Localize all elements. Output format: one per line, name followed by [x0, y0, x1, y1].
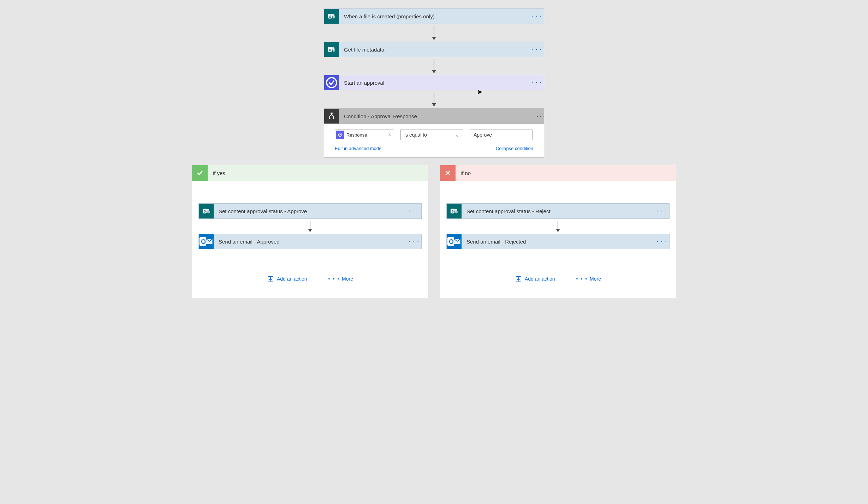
- svg-rect-21: [268, 281, 273, 282]
- collapse-condition-link[interactable]: Collapse condition: [496, 146, 533, 151]
- cursor-icon: ➤: [477, 88, 483, 96]
- step-start-approval[interactable]: Start an approval · · ·: [324, 75, 544, 90]
- sharepoint-icon: S: [199, 204, 214, 218]
- svg-text:O: O: [449, 238, 454, 245]
- svg-rect-20: [268, 276, 273, 277]
- condition-icon: [324, 109, 339, 124]
- svg-rect-9: [329, 118, 331, 119]
- svg-rect-29: [516, 276, 521, 277]
- sharepoint-icon: S: [324, 42, 339, 57]
- condition-value-input[interactable]: Approve: [470, 130, 533, 140]
- svg-rect-11: [331, 113, 333, 114]
- more-dots-icon: • • •: [576, 276, 588, 282]
- svg-point-16: [207, 211, 210, 213]
- close-icon: [440, 165, 456, 181]
- svg-point-12: [338, 133, 341, 136]
- sharepoint-icon: S: [447, 204, 462, 218]
- svg-rect-30: [516, 281, 521, 282]
- svg-text:O: O: [201, 238, 206, 245]
- step-set-reject[interactable]: S Set content approval status - Reject ·…: [446, 203, 670, 219]
- svg-text:S: S: [329, 48, 331, 52]
- arrow-icon: [434, 26, 434, 40]
- step-email-approved-label: Send an email - Approved: [214, 239, 407, 245]
- branch-if-no: If no S Set content approval status - Re…: [440, 165, 676, 298]
- step-trigger[interactable]: S When a file is created (properties onl…: [324, 8, 544, 24]
- outlook-icon: O: [199, 234, 214, 249]
- more-label: More: [342, 276, 353, 282]
- step-menu-icon[interactable]: · · ·: [530, 47, 544, 52]
- step-menu-icon[interactable]: · · ·: [407, 208, 421, 214]
- step-get-metadata[interactable]: S Get file metadata · · ·: [324, 42, 544, 57]
- more-dots-icon: • • •: [328, 276, 340, 282]
- condition-value-text: Approve: [474, 132, 492, 138]
- chevron-down-icon: ⌄: [455, 132, 459, 138]
- add-action-button[interactable]: Add an action: [267, 275, 307, 282]
- step-metadata-label: Get file metadata: [339, 47, 530, 53]
- condition-left-operand[interactable]: Response ×: [335, 130, 394, 140]
- add-action-label: Add an action: [525, 276, 555, 282]
- add-action-icon: [515, 275, 522, 282]
- svg-point-25: [455, 211, 458, 213]
- add-action-icon: [267, 275, 274, 282]
- check-icon: [192, 165, 208, 181]
- condition-title: Condition - Approval Response: [339, 113, 537, 119]
- condition-operator-select[interactable]: is equal to ⌄: [400, 130, 463, 140]
- condition-header[interactable]: Condition - Approval Response · · ·: [324, 108, 544, 124]
- edit-advanced-link[interactable]: Edit in advanced mode: [335, 146, 381, 151]
- step-approval-label: Start an approval: [339, 80, 530, 86]
- branch-no-header[interactable]: If no: [440, 165, 676, 181]
- condition-card: Condition - Approval Response · · · Resp…: [324, 108, 544, 158]
- outlook-icon: O: [447, 234, 462, 249]
- svg-point-8: [327, 78, 337, 88]
- step-email-rejected-label: Send an email - Rejected: [462, 239, 655, 245]
- condition-token-text: Response: [346, 132, 367, 138]
- svg-text:S: S: [204, 210, 206, 213]
- more-button[interactable]: • • • More: [576, 276, 601, 282]
- step-set-reject-label: Set content approval status - Reject: [462, 208, 655, 214]
- condition-operator-text: is equal to: [404, 132, 427, 138]
- step-trigger-label: When a file is created (properties only): [339, 13, 530, 19]
- branch-yes-header[interactable]: If yes: [192, 165, 428, 181]
- add-action-button[interactable]: Add an action: [515, 275, 555, 282]
- step-email-rejected[interactable]: O Send an email - Rejected · · ·: [446, 234, 670, 249]
- approval-token-icon: [336, 131, 344, 139]
- more-button[interactable]: • • • More: [328, 276, 353, 282]
- arrow-icon: [558, 221, 558, 232]
- arrow-icon: [434, 59, 434, 73]
- arrow-icon: [310, 221, 310, 232]
- svg-point-3: [333, 16, 335, 18]
- step-set-approve[interactable]: S Set content approval status - Approve …: [198, 203, 422, 219]
- branch-no-title: If no: [456, 170, 471, 176]
- step-menu-icon[interactable]: · · ·: [537, 113, 544, 119]
- step-email-approved[interactable]: O Send an email - Approved · · ·: [198, 234, 422, 249]
- step-menu-icon[interactable]: · · ·: [530, 80, 544, 85]
- step-menu-icon[interactable]: · · ·: [655, 239, 669, 244]
- svg-text:S: S: [329, 15, 331, 18]
- step-set-approve-label: Set content approval status - Approve: [214, 208, 407, 214]
- sharepoint-icon: S: [324, 9, 339, 24]
- more-label: More: [590, 276, 601, 282]
- branch-yes-title: If yes: [208, 170, 225, 176]
- svg-rect-10: [333, 118, 334, 119]
- branch-if-yes: If yes S Set content approval status - A…: [192, 165, 428, 298]
- step-menu-icon[interactable]: · · ·: [655, 208, 669, 214]
- arrow-icon: [434, 92, 434, 106]
- step-menu-icon[interactable]: · · ·: [530, 13, 544, 19]
- token-remove-icon[interactable]: ×: [388, 132, 391, 137]
- step-menu-icon[interactable]: · · ·: [407, 239, 421, 244]
- approval-icon: [324, 75, 339, 90]
- add-action-label: Add an action: [277, 276, 307, 282]
- svg-text:S: S: [452, 210, 454, 213]
- svg-point-7: [333, 49, 335, 52]
